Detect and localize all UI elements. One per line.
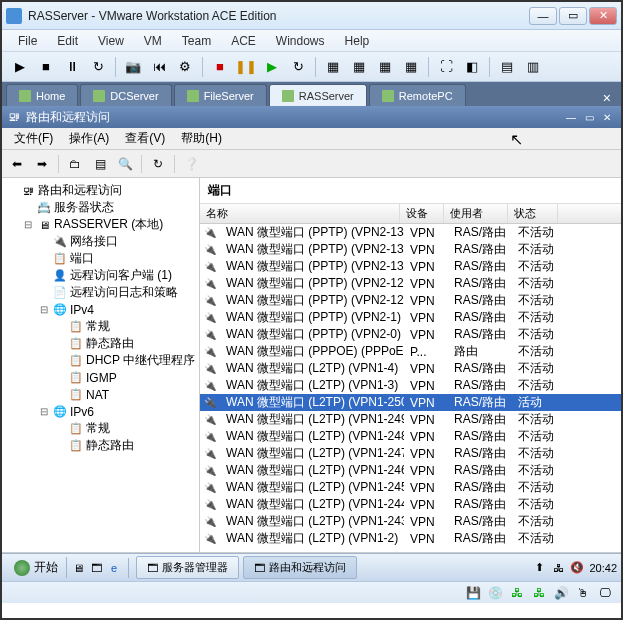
tree-node[interactable]: ⊟🌐IPv4 [2,301,199,318]
tree-expand-icon[interactable]: ⊟ [22,219,34,230]
inner-menu-item[interactable]: 文件(F) [6,128,61,149]
tree-node[interactable]: 🔌网络接口 [2,233,199,250]
inner-maximize-button[interactable]: ▭ [581,110,597,124]
record-icon[interactable]: ■ [208,55,232,79]
list-row[interactable]: 🔌WAN 微型端口 (PPTP) (VPN2-0)VPNRAS/路由不活动 [200,326,621,343]
taskbar-item[interactable]: 🗔路由和远程访问 [243,556,357,579]
unity-icon[interactable]: ◧ [460,55,484,79]
fullscreen-icon[interactable]: ⛶ [434,55,458,79]
menu-edit[interactable]: Edit [47,32,88,50]
tree-node[interactable]: 📋端口 [2,250,199,267]
inner-window-title-bar[interactable]: 🖳 路由和远程访问 — ▭ ✕ [2,106,621,128]
taskbar-item[interactable]: 🗔服务器管理器 [136,556,239,579]
quick-launch-icon[interactable]: 🖥 [71,561,85,575]
pause-icon[interactable]: ❚❚ [234,55,258,79]
reset-icon[interactable]: ↻ [86,55,110,79]
tree-node[interactable]: 📄远程访问日志和策略 [2,284,199,301]
tree-node[interactable]: 📋常规 [2,420,199,437]
column-name[interactable]: 名称 [200,204,400,223]
list-row[interactable]: 🔌WAN 微型端口 (PPTP) (VPN2-130)VPNRAS/路由不活动 [200,258,621,275]
close-button[interactable]: ✕ [589,7,617,25]
view4-icon[interactable]: ▦ [399,55,423,79]
menu-team[interactable]: Team [172,32,221,50]
minimize-button[interactable]: — [529,7,557,25]
column-user[interactable]: 使用者 [444,204,508,223]
view1-icon[interactable]: ▦ [321,55,345,79]
tab-remotepc[interactable]: RemotePC [369,84,466,106]
filter-icon[interactable]: 🔍 [114,153,136,175]
power-off-icon[interactable]: ■ [34,55,58,79]
window-title-bar[interactable]: RASServer - VMware Workstation ACE Editi… [2,2,621,30]
view3-icon[interactable]: ▦ [373,55,397,79]
summary-icon[interactable]: ▤ [495,55,519,79]
list-row[interactable]: 🔌WAN 微型端口 (PPTP) (VPN2-129)VPNRAS/路由不活动 [200,275,621,292]
power-on-icon[interactable]: ▶ [8,55,32,79]
tree-node[interactable]: 📋静态路由 [2,335,199,352]
menu-windows[interactable]: Windows [266,32,335,50]
revert-icon[interactable]: ⏮ [147,55,171,79]
list-row[interactable]: 🔌WAN 微型端口 (PPTP) (VPN2-132)VPNRAS/路由不活动 [200,224,621,241]
refresh-icon[interactable]: ↻ [147,153,169,175]
forward-icon[interactable]: ➡ [31,153,53,175]
device-net2-icon[interactable]: 🖧 [531,585,547,601]
list-row[interactable]: 🔌WAN 微型端口 (L2TP) (VPN1-247)VPNRAS/路由不活动 [200,445,621,462]
list-row[interactable]: 🔌WAN 微型端口 (L2TP) (VPN1-249)VPNRAS/路由不活动 [200,411,621,428]
tree-node[interactable]: 📇服务器状态 [2,199,199,216]
menu-view[interactable]: View [88,32,134,50]
volume-icon[interactable]: 🔇 [570,561,584,575]
menu-ace[interactable]: ACE [221,32,266,50]
list-row[interactable]: 🔌WAN 微型端口 (L2TP) (VPN1-4)VPNRAS/路由不活动 [200,360,621,377]
list-row[interactable]: 🔌WAN 微型端口 (L2TP) (VPN1-3)VPNRAS/路由不活动 [200,377,621,394]
tab-home[interactable]: Home [6,84,78,106]
start-button[interactable]: 开始 [6,557,67,578]
inner-menu-item[interactable]: 操作(A) [61,128,117,149]
tree-expand-icon[interactable]: ⊟ [38,406,50,417]
list-icon[interactable]: ▤ [89,153,111,175]
list-row[interactable]: 🔌WAN 微型端口 (L2TP) (VPN1-248)VPNRAS/路由不活动 [200,428,621,445]
clock[interactable]: 20:42 [589,562,617,574]
console-icon[interactable]: ▥ [521,55,545,79]
column-device[interactable]: 设备 [400,204,444,223]
device-display-icon[interactable]: 🖵 [597,585,613,601]
tree-expand-icon[interactable]: ⊟ [38,304,50,315]
tree-node[interactable]: ⊟🖥RASSERVER (本地) [2,216,199,233]
column-status[interactable]: 状态 [508,204,558,223]
device-sound-icon[interactable]: 🔊 [553,585,569,601]
network-icon[interactable]: 🖧 [551,561,565,575]
tab-close-icon[interactable]: × [597,90,617,106]
manage-icon[interactable]: ⚙ [173,55,197,79]
tree-node[interactable]: 🖳路由和远程访问 [2,182,199,199]
inner-menu-item[interactable]: 帮助(H) [173,128,230,149]
tree-node[interactable]: ⊟🌐IPv6 [2,403,199,420]
menu-vm[interactable]: VM [134,32,172,50]
list-body[interactable]: 🔌WAN 微型端口 (PPTP) (VPN2-132)VPNRAS/路由不活动🔌… [200,224,621,552]
tree-node[interactable]: 📋IGMP [2,369,199,386]
help-icon[interactable]: ❔ [180,153,202,175]
list-row[interactable]: 🔌WAN 微型端口 (PPTP) (VPN2-128)VPNRAS/路由不活动 [200,292,621,309]
list-row[interactable]: 🔌WAN 微型端口 (PPPOE) (PPPoE...P...路由不活动 [200,343,621,360]
list-row[interactable]: 🔌WAN 微型端口 (PPTP) (VPN2-131)VPNRAS/路由不活动 [200,241,621,258]
system-tray[interactable]: ⬆ 🖧 🔇 20:42 [532,561,617,575]
device-net1-icon[interactable]: 🖧 [509,585,525,601]
back-icon[interactable]: ⬅ [6,153,28,175]
list-row[interactable]: 🔌WAN 微型端口 (L2TP) (VPN1-2)VPNRAS/路由不活动 [200,530,621,547]
tree-node[interactable]: 👤远程访问客户端 (1) [2,267,199,284]
menu-file[interactable]: File [8,32,47,50]
tree-node[interactable]: 📋NAT [2,386,199,403]
list-row[interactable]: 🔌WAN 微型端口 (L2TP) (VPN1-246)VPNRAS/路由不活动 [200,462,621,479]
device-cd-icon[interactable]: 💿 [487,585,503,601]
snapshot-icon[interactable]: 📷 [121,55,145,79]
device-usb-icon[interactable]: 🖱 [575,585,591,601]
tree-node[interactable]: 📋常规 [2,318,199,335]
tree-node[interactable]: 📋DHCP 中继代理程序 [2,352,199,369]
list-header[interactable]: 名称 设备 使用者 状态 [200,204,621,224]
inner-menu-item[interactable]: 查看(V) [117,128,173,149]
tab-fileserver[interactable]: FileServer [174,84,267,106]
tab-rasserver[interactable]: RASServer [269,84,367,106]
replay-icon[interactable]: ↻ [286,55,310,79]
menu-help[interactable]: Help [335,32,380,50]
tree-node[interactable]: 📋静态路由 [2,437,199,454]
quick-launch-icon[interactable]: 🗔 [89,561,103,575]
guest-taskbar[interactable]: 开始 🖥 🗔 e 🗔服务器管理器🗔路由和远程访问 ⬆ 🖧 🔇 20:42 [2,553,621,581]
view2-icon[interactable]: ▦ [347,55,371,79]
